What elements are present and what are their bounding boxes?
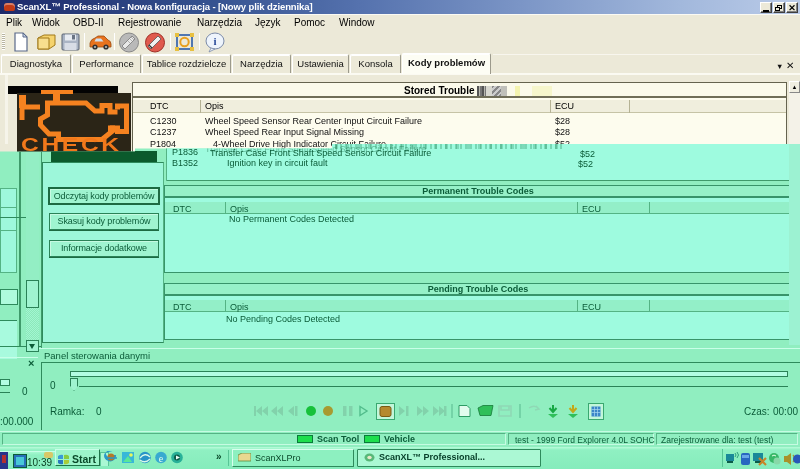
svg-text:e: e: [159, 453, 164, 464]
svg-text:i: i: [213, 35, 216, 47]
